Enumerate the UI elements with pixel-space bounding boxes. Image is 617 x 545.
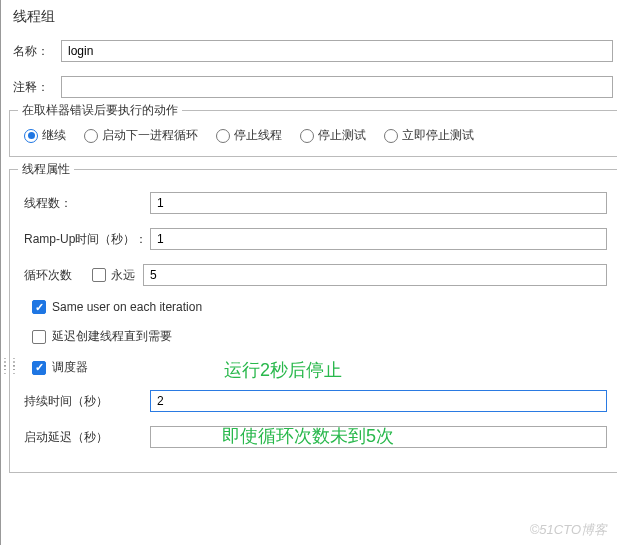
loop-forever-checkbox[interactable]: 永远: [92, 267, 135, 284]
duration-label: 持续时间（秒）: [20, 393, 150, 410]
delay-create-label: 延迟创建线程直到需要: [52, 328, 172, 345]
same-user-row[interactable]: Same user on each iteration: [32, 300, 607, 314]
checkbox-icon: [32, 361, 46, 375]
thread-props-fieldset: 线程属性 线程数： Ramp-Up时间（秒）： 循环次数 永远 Same use…: [9, 169, 617, 473]
radio-label: 继续: [42, 127, 66, 144]
radio-stop-thread[interactable]: 停止线程: [216, 127, 282, 144]
radio-stop-now[interactable]: 立即停止测试: [384, 127, 474, 144]
radio-icon: [216, 129, 230, 143]
duration-input[interactable]: [150, 390, 607, 412]
scheduler-label: 调度器: [52, 359, 88, 376]
radio-label: 停止测试: [318, 127, 366, 144]
checkbox-icon: [32, 330, 46, 344]
checkbox-icon: [92, 268, 106, 282]
thread-props-legend: 线程属性: [18, 161, 74, 178]
startup-delay-row: 启动延迟（秒）: [20, 426, 607, 448]
rampup-row: Ramp-Up时间（秒）：: [20, 228, 607, 250]
comment-input[interactable]: [61, 76, 613, 98]
loop-row: 循环次数 永远: [20, 264, 607, 286]
checkbox-icon: [32, 300, 46, 314]
radio-icon: [300, 129, 314, 143]
scheduler-row[interactable]: 调度器: [32, 359, 607, 376]
loop-count-input[interactable]: [143, 264, 607, 286]
watermark: ©51CTO博客: [530, 521, 607, 539]
radio-label: 立即停止测试: [402, 127, 474, 144]
threads-input[interactable]: [150, 192, 607, 214]
name-input[interactable]: [61, 40, 613, 62]
loop-label: 循环次数: [20, 267, 92, 284]
loop-forever-label: 永远: [111, 267, 135, 284]
error-action-legend: 在取样器错误后要执行的动作: [18, 102, 182, 119]
threads-row: 线程数：: [20, 192, 607, 214]
panel-title: 线程组: [9, 8, 617, 26]
startup-delay-input[interactable]: [150, 426, 607, 448]
name-label: 名称：: [13, 43, 61, 60]
radio-continue[interactable]: 继续: [24, 127, 66, 144]
duration-row: 持续时间（秒）: [20, 390, 607, 412]
error-action-radios: 继续 启动下一进程循环 停止线程 停止测试 立即停止测试: [20, 119, 607, 146]
startup-delay-label: 启动延迟（秒）: [20, 429, 150, 446]
radio-icon: [384, 129, 398, 143]
rampup-label: Ramp-Up时间（秒）：: [20, 231, 150, 248]
threads-label: 线程数：: [20, 195, 150, 212]
radio-icon: [24, 129, 38, 143]
delay-create-row[interactable]: 延迟创建线程直到需要: [32, 328, 607, 345]
error-action-fieldset: 在取样器错误后要执行的动作 继续 启动下一进程循环 停止线程 停止测试 立即停止…: [9, 110, 617, 157]
comment-label: 注释：: [13, 79, 61, 96]
radio-label: 停止线程: [234, 127, 282, 144]
rampup-input[interactable]: [150, 228, 607, 250]
name-row: 名称：: [9, 38, 617, 64]
radio-label: 启动下一进程循环: [102, 127, 198, 144]
same-user-label: Same user on each iteration: [52, 300, 202, 314]
comment-row: 注释：: [9, 74, 617, 100]
radio-stop-test[interactable]: 停止测试: [300, 127, 366, 144]
radio-next-loop[interactable]: 启动下一进程循环: [84, 127, 198, 144]
thread-group-panel: 线程组 名称： 注释： 在取样器错误后要执行的动作 继续 启动下一进程循环 停止…: [0, 0, 617, 545]
radio-icon: [84, 129, 98, 143]
